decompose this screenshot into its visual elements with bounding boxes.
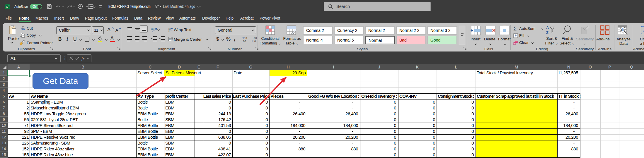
svg-text:0: 0 <box>254 40 256 43</box>
svg-text:Z: Z <box>546 30 548 35</box>
svg-text:.00: .00 <box>242 40 246 43</box>
svg-text:A: A <box>546 25 549 30</box>
svg-text:.00: .00 <box>253 37 257 40</box>
svg-text:X: X <box>6 5 8 8</box>
svg-text:ab: ab <box>151 27 154 30</box>
svg-text:c: c <box>168 30 170 32</box>
svg-text:ab: ab <box>168 28 171 30</box>
svg-text:0: 0 <box>246 37 247 40</box>
svg-text:fx: fx <box>81 56 85 61</box>
